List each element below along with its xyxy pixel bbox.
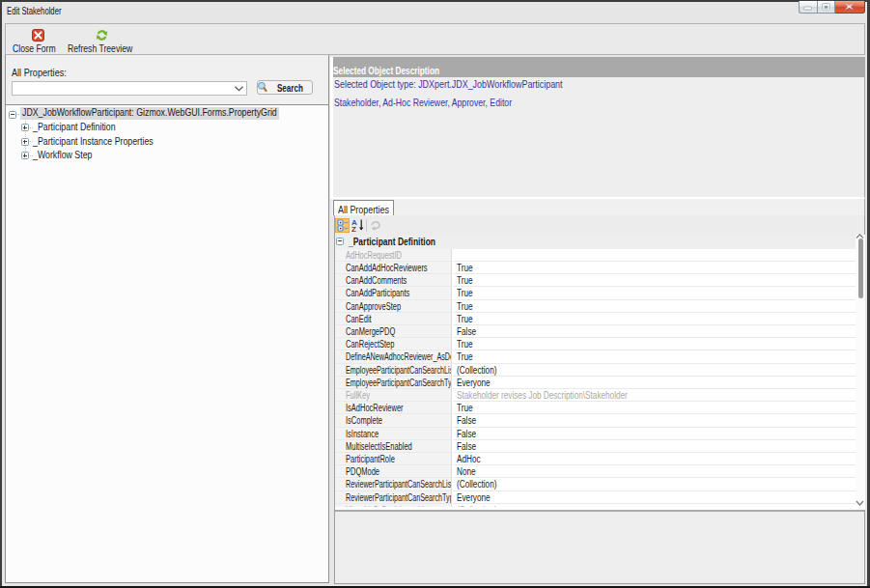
svg-text:Z: Z: [351, 225, 356, 233]
